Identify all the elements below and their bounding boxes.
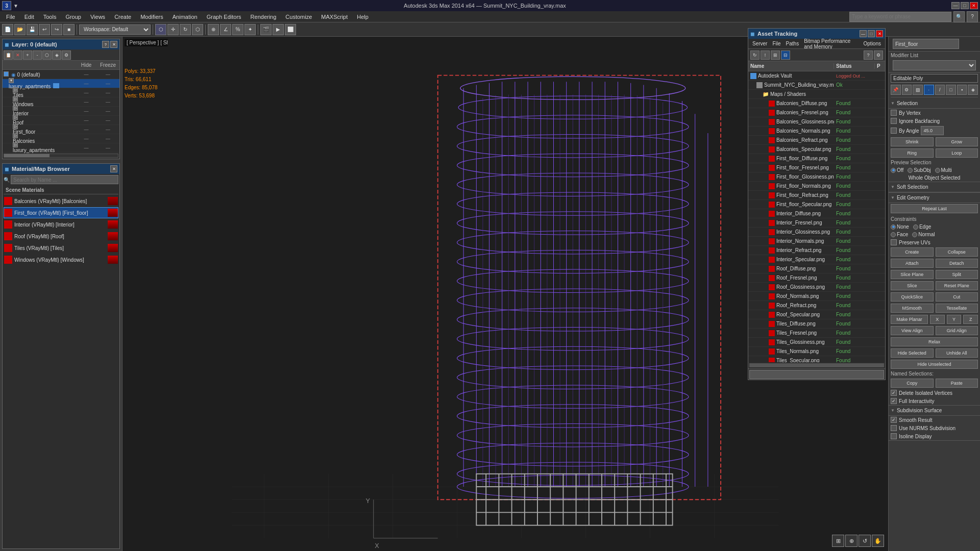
select-btn[interactable]: ⬡: [155, 24, 166, 35]
undo-btn[interactable]: ↩: [39, 24, 50, 35]
radio-normal[interactable]: Normal: [912, 232, 935, 237]
minimize-btn[interactable]: —: [951, 2, 960, 9]
redo-btn[interactable]: ↪: [51, 24, 62, 35]
at-minimize-btn[interactable]: —: [860, 30, 867, 37]
at-row[interactable]: Tiles_Normals.png Found: [748, 347, 885, 356]
at-search-input[interactable]: [749, 370, 884, 379]
reset-plane-btn[interactable]: Reset Plane: [936, 281, 978, 290]
loop-btn[interactable]: Loop: [936, 148, 978, 158]
mod-icon-settings[interactable]: ⚙: [902, 85, 912, 95]
create-btn[interactable]: Create: [891, 247, 934, 257]
msmooth-btn[interactable]: MSmooth: [891, 304, 934, 313]
mat-item-balconies[interactable]: Balconies (VRayMtl) [Balconies]: [4, 195, 118, 207]
scale-btn[interactable]: ⬡: [192, 24, 203, 35]
at-row[interactable]: Roof_Glossiness.png Found: [748, 283, 885, 292]
at-row[interactable]: Tiles_Fresnel.png Found: [748, 329, 885, 338]
z-btn[interactable]: Z: [963, 315, 978, 324]
radio-face[interactable]: Face: [891, 232, 908, 237]
layer-expand-windows[interactable]: ▷: [13, 96, 18, 102]
slice-btn[interactable]: Slice: [891, 281, 934, 290]
grow-btn[interactable]: Grow: [936, 137, 978, 146]
isoline-display-box[interactable]: [891, 433, 897, 439]
maximize-btn[interactable]: □: [961, 2, 969, 9]
radio-none[interactable]: None: [891, 224, 909, 230]
at-menu-file[interactable]: File: [770, 41, 782, 46]
workspace-dropdown[interactable]: Workspace: Default: [79, 24, 151, 35]
at-row[interactable]: First_floor_Normals.png Found: [748, 182, 885, 191]
at-row[interactable]: Interior_Specular.png Found: [748, 255, 885, 264]
layer-expand-roof[interactable]: ▷: [13, 115, 18, 120]
layer-highlight-btn[interactable]: ◈: [52, 51, 61, 60]
at-menu-bitmap[interactable]: Bitmap Performance and Memory: [802, 38, 860, 49]
at-tool-refresh[interactable]: ↻: [750, 51, 760, 60]
mod-icon-element[interactable]: ◈: [968, 85, 978, 95]
copy-btn[interactable]: Copy: [891, 379, 934, 388]
layer-remove-btn[interactable]: -: [33, 51, 42, 60]
at-tool-merge[interactable]: ⊞: [771, 51, 780, 60]
menu-rendering[interactable]: Rendering: [247, 13, 281, 21]
app-menu-file[interactable]: ▼: [13, 3, 18, 9]
open-btn[interactable]: 📂: [14, 24, 26, 35]
at-row[interactable]: Roof_Specular.png Found: [748, 310, 885, 319]
split-btn[interactable]: Split: [936, 270, 978, 279]
radio-multi[interactable]: Multi: [935, 167, 952, 173]
at-menu-options[interactable]: Options: [862, 41, 883, 46]
at-close-btn[interactable]: ✕: [876, 30, 883, 37]
mod-icon-edge[interactable]: /: [935, 85, 945, 95]
hold-btn[interactable]: ■: [63, 24, 75, 35]
mod-icon-border[interactable]: □: [946, 85, 956, 95]
at-row[interactable]: First_floor_Diffuse.png Found: [748, 154, 885, 163]
at-row[interactable]: Balconies_Normals.png Found: [748, 127, 885, 136]
at-row[interactable]: Balconies_Fresnel.png Found: [748, 108, 885, 117]
pan-btn[interactable]: ✋: [872, 535, 884, 547]
menu-edit[interactable]: Edit: [20, 13, 38, 21]
mod-icon-subobj[interactable]: ▨: [913, 85, 923, 95]
layer-new-btn[interactable]: 📋: [4, 51, 13, 60]
slice-plane-btn[interactable]: Slice Plane: [891, 270, 934, 279]
at-row[interactable]: First_floor_Glossiness.png Found: [748, 172, 885, 182]
at-row[interactable]: Balconies_Glossiness.png Found: [748, 117, 885, 127]
detach-btn[interactable]: Detach: [936, 259, 978, 268]
use-nurms-checkbox[interactable]: Use NURMS Subdivision: [889, 424, 980, 432]
selection-section-title[interactable]: Selection: [889, 98, 980, 109]
y-btn[interactable]: Y: [947, 315, 962, 324]
at-row[interactable]: Autodesk Vault Logged Out ...: [748, 71, 885, 81]
preserve-uvs-box[interactable]: [891, 239, 897, 245]
ring-btn[interactable]: Ring: [891, 148, 934, 158]
layer-select-btn[interactable]: ⬡: [42, 51, 52, 60]
help-icon[interactable]: ?: [967, 11, 978, 22]
at-row[interactable]: First_floor_Specular.png Found: [748, 200, 885, 209]
at-menu-server[interactable]: Server: [750, 41, 769, 46]
search-icon[interactable]: 🔍: [953, 11, 965, 22]
layer-expand-luxury[interactable]: ▼: [9, 78, 14, 83]
object-name-input[interactable]: [893, 39, 959, 49]
editable-poly-tag[interactable]: Editable Poly: [891, 74, 978, 83]
layer-expand-interior[interactable]: ▷: [13, 106, 18, 111]
at-scrollbar[interactable]: [749, 363, 884, 367]
at-tool-grid[interactable]: ⊟: [781, 51, 790, 60]
layer-expand-balconies[interactable]: ▷: [13, 133, 18, 138]
at-row[interactable]: Roof_Fresnel.png Found: [748, 273, 885, 283]
hide-unselected-btn[interactable]: Hide Unselected: [891, 360, 978, 369]
at-row[interactable]: Interior_Diffuse.png Found: [748, 209, 885, 218]
menu-file[interactable]: File: [2, 13, 19, 21]
material-editor-btn[interactable]: ⬜: [285, 24, 296, 35]
layers-close-btn[interactable]: ✕: [110, 41, 117, 48]
at-row[interactable]: Interior_Refract.png Found: [748, 246, 885, 255]
at-row[interactable]: Tiles_Diffuse.png Found: [748, 319, 885, 329]
at-row[interactable]: Balconies_Specular.png Found: [748, 145, 885, 154]
menu-tools[interactable]: Tools: [39, 13, 61, 21]
angle-input[interactable]: [921, 126, 944, 135]
move-btn[interactable]: ✛: [167, 24, 179, 35]
at-row[interactable]: Tiles_Specular.png Found: [748, 356, 885, 362]
smooth-result-box[interactable]: [891, 417, 897, 423]
mat-item-tiles[interactable]: Tiles (VRayMtl) [Tiles]: [4, 242, 118, 254]
subdivision-surface-title[interactable]: Subdivision Surface: [889, 406, 980, 416]
at-row[interactable]: Interior_Glossiness.png Found: [748, 228, 885, 237]
radio-off[interactable]: Off: [891, 167, 903, 173]
delete-isolated-checkbox[interactable]: Delete Isolated Vertices: [889, 389, 980, 397]
radio-edge[interactable]: Edge: [913, 224, 931, 230]
layer-settings-btn[interactable]: ⚙: [62, 51, 71, 60]
mod-icon-vertex[interactable]: ·: [924, 85, 934, 95]
full-interactivity-box[interactable]: [891, 398, 897, 404]
